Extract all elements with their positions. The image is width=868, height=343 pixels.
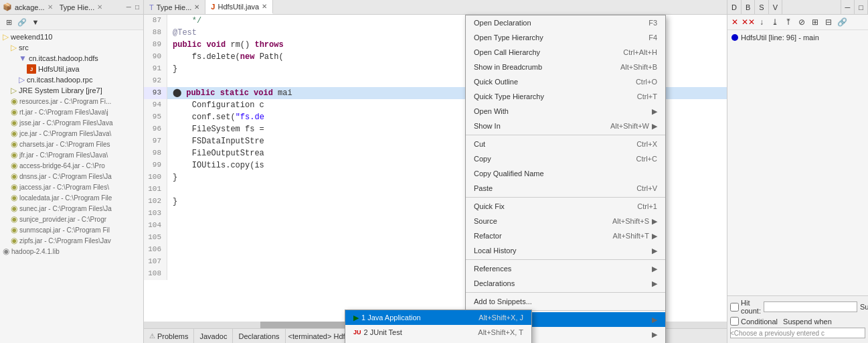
hdfs-util-tab[interactable]: J HdfsUtil.java ✕ [205, 0, 273, 14]
code-text: } [167, 172, 177, 184]
hit-count-checkbox-label[interactable]: Hit count: [730, 299, 761, 315]
tab-problems-label: Problems [157, 332, 188, 340]
debug-expand-btn[interactable]: ⊞ [809, 16, 821, 28]
maximize-btn[interactable]: □ [134, 3, 141, 11]
debug-tree-item[interactable]: HdfsUtil [line: 96] - main [730, 33, 865, 42]
variables-tab[interactable]: V [769, 0, 782, 14]
ctx-source[interactable]: Source Alt+Shift+S ▶ [466, 214, 665, 228]
debug-export-btn[interactable]: ⤒ [782, 16, 794, 28]
step-icon-tab[interactable]: S [755, 0, 768, 14]
line-number: 95 [144, 111, 167, 123]
line-number: 106 [144, 244, 167, 256]
expand-icon: ▷ [11, 86, 17, 95]
ctx-cut[interactable]: Cut Ctrl+X [466, 137, 665, 151]
debug-import-btn[interactable]: ⤓ [769, 16, 781, 28]
code-text: fs.delete(new Path( [167, 51, 284, 63]
debug-icon: D [731, 3, 737, 11]
editor-tab-bar: T Type Hie... ✕ J HdfsUtil.java ✕ [144, 0, 727, 15]
minimize-right-btn[interactable]: ─ [841, 0, 855, 14]
line-number: 104 [144, 220, 167, 232]
hdfs-util-item[interactable]: J HdfsUtil.java [1, 64, 142, 74]
tree-item[interactable]: ◉ jaccess.jar - C:\Program Files\ [1, 182, 142, 192]
maximize-right-btn[interactable]: □ [855, 0, 868, 14]
line-number: 93 [144, 87, 167, 99]
ctx-open-type-hierarchy[interactable]: Open Type Hierarchy F4 [466, 30, 665, 45]
tree-item[interactable]: ◉ charsets.jar - C:\Program Files [1, 139, 142, 149]
ctx-references[interactable]: References ▶ [466, 261, 665, 276]
tree-item[interactable]: ▷ JRE System Library [jre7] [1, 85, 142, 96]
step-icon: S [759, 3, 764, 11]
tree-item[interactable]: ◉ sunjce_provider.jar - C:\Progr [1, 214, 142, 224]
debug-remove-btn[interactable]: ✕ [729, 16, 741, 28]
hadoop-icon: ◉ [3, 247, 9, 256]
type-hierarchy-label[interactable]: Type Hie... [60, 3, 95, 11]
tree-item[interactable]: ◉ jfr.jar - C:\Program Files\Java\ [1, 149, 142, 160]
type-hierarchy-tab[interactable]: T Type Hie... ✕ [144, 0, 205, 14]
link-editor-btn[interactable]: 🔗 [16, 16, 28, 28]
debug-collapse-btn[interactable]: ⊟ [822, 16, 835, 28]
tree-item[interactable]: ◉ sunmscapi.jar - C:\Program Fil [1, 224, 142, 235]
ctx-open-with[interactable]: Open With ▶ [466, 104, 665, 119]
ctx-copy-qualified-name[interactable]: Copy Qualified Name [466, 166, 665, 181]
hit-count-row: Hit count: Su [730, 299, 865, 315]
ctx-paste[interactable]: Paste Ctrl+V [466, 181, 665, 196]
tree-item[interactable]: ◉ jsse.jar - C:\Program Files\Java [1, 117, 142, 128]
code-text: IOUtils.copy(is [167, 159, 264, 172]
breakpoints-tab[interactable]: B [742, 0, 755, 14]
debug-remove-all-btn[interactable]: ✕✕ [742, 16, 754, 28]
ctx-quick-fix[interactable]: Quick Fix Ctrl+1 [466, 199, 665, 214]
ctx-add-to-snippets[interactable]: Add to Snippets... [466, 294, 665, 309]
ctx-local-history[interactable]: Local History ▶ [466, 243, 665, 258]
tree-item[interactable]: ◉ rt.jar - C:\Program Files\Java\j [1, 107, 142, 117]
hit-count-checkbox[interactable] [730, 303, 739, 312]
conditional-checkbox[interactable] [730, 317, 739, 326]
ctx-open-call-hierarchy[interactable]: Open Call Hierarchy Ctrl+Alt+H [466, 45, 665, 60]
tree-item[interactable]: ◉ localedata.jar - C:\Program File [1, 192, 142, 203]
breakpoint-options: Hit count: Su Conditional Suspend when <… [727, 295, 868, 343]
ctx-show-breadcrumb[interactable]: Show in Breadcrumb Alt+Shift+B [466, 60, 665, 74]
tree-item[interactable]: ◉ jce.jar - C:\Program Files\Java\ [1, 128, 142, 139]
tab-problems[interactable]: ⚠ Problems [144, 329, 194, 343]
variables-icon: V [773, 3, 778, 11]
tree-item[interactable]: ▷ weekend110 [1, 31, 142, 42]
ctx-open-declaration[interactable]: Open Declaration F3 [466, 15, 665, 30]
collapse-all-btn[interactable]: ⊞ [3, 16, 15, 28]
toolbar-menu-btn[interactable]: ▼ [29, 16, 41, 28]
tab-javadoc[interactable]: Javadoc [194, 329, 233, 343]
tree-item[interactable]: ◉ access-bridge-64.jar - C:\Pro [1, 160, 142, 171]
tree-item[interactable]: ▷ src [1, 42, 142, 53]
minimize-btn[interactable]: ─ [125, 3, 133, 11]
tree-item[interactable]: ◉ hadoop-2.4.1.lib [1, 246, 142, 257]
run-on-hadoop[interactable]: H 3 Run on Hadoop [345, 340, 531, 343]
hit-count-input[interactable] [764, 301, 857, 312]
ctx-copy[interactable]: Copy Ctrl+C [466, 151, 665, 166]
tree-item[interactable]: ▼ cn.itcast.hadoop.hdfs [1, 53, 142, 64]
code-text: @Test [167, 27, 197, 39]
close-tab-btn[interactable]: ✕ [194, 3, 199, 11]
code-text: FileSystem fs = [167, 123, 269, 135]
ctx-show-in[interactable]: Show In Alt+Shift+W ▶ [466, 119, 665, 133]
run-junit-test[interactable]: JU 2 JUnit Test Alt+Shift+X, T [345, 325, 531, 340]
debug-tab[interactable]: D [727, 0, 742, 14]
ctx-separator [466, 197, 665, 198]
tree-item[interactable]: ◉ resources.jar - C:\Program Fi... [1, 96, 142, 107]
ctx-declarations[interactable]: Declarations ▶ [466, 276, 665, 291]
tree-item[interactable]: ▷ cn.itcast.hadoop.rpc [1, 74, 142, 85]
tree-item[interactable]: ◉ dnsns.jar - C:\Program Files\Ja [1, 171, 142, 182]
ctx-quick-outline[interactable]: Quick Outline Ctrl+O [466, 74, 665, 89]
debug-skip-btn[interactable]: ⊘ [796, 16, 808, 28]
conditional-checkbox-label[interactable]: Conditional [730, 317, 778, 326]
line-number: 99 [144, 159, 167, 172]
debug-link-btn[interactable]: 🔗 [836, 16, 848, 28]
jar-icon: ◉ [11, 96, 17, 106]
tab-declarations[interactable]: Declarations [233, 329, 285, 343]
tab-javadoc-label: Javadoc [199, 332, 227, 340]
ctx-quick-type-hierarchy[interactable]: Quick Type Hierarchy Ctrl+T [466, 89, 665, 104]
tree-item[interactable]: ◉ sunec.jar - C:\Program Files\Ja [1, 203, 142, 214]
ctx-refactor[interactable]: Refactor Alt+Shift+T ▶ [466, 228, 665, 243]
debug-step-btn[interactable]: ↓ [756, 16, 768, 28]
ctx-separator [466, 292, 665, 293]
run-java-application[interactable]: ▶ 1 Java Application Alt+Shift+X, J [345, 310, 531, 325]
tree-item[interactable]: ◉ zipfs.jar - C:\Program Files\Jav [1, 235, 142, 246]
close-tab-btn[interactable]: ✕ [262, 3, 267, 10]
